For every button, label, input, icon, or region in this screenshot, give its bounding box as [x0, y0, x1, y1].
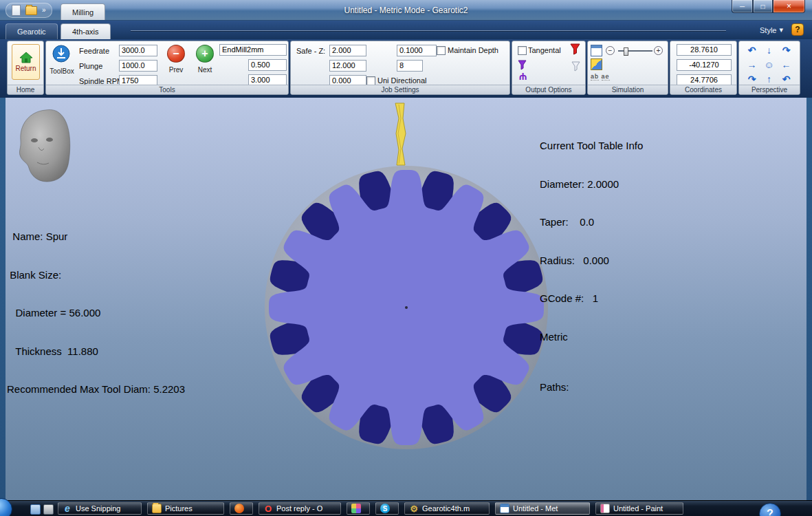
tilt-up-button[interactable]: ↑	[760, 72, 778, 86]
safe-z-field[interactable]: 2.000	[329, 45, 366, 56]
prev-tool-button[interactable]: −	[167, 45, 185, 63]
tool-info-title: Current Tool Table Info	[540, 140, 643, 153]
taskbar-label: Pictures	[165, 504, 193, 513]
taskbar-button-pictures[interactable]: Pictures	[147, 502, 224, 515]
slider-thumb[interactable]	[624, 47, 628, 56]
coordinate-y-field[interactable]: -40.1270	[677, 59, 732, 71]
viewport-3d[interactable]: Name: Spur Blank Size: Diameter = 56.000…	[6, 98, 806, 500]
blank-size-line: Blank Size:	[7, 269, 185, 282]
chevron-down-icon: ▾	[779, 25, 783, 34]
group-caption-tools: Tools	[46, 85, 288, 94]
tool-taper-line: Taper: 0.0	[540, 216, 643, 229]
tool-diameter-line: Diameter: 2.0000	[540, 178, 643, 191]
simulation-window-icon[interactable]	[591, 45, 602, 56]
taskbar-button-paint[interactable]: Untitled - Paint	[595, 502, 683, 515]
pan-left-button[interactable]: ←	[778, 57, 795, 72]
passes-field[interactable]: 8	[397, 60, 423, 72]
next-label: Next	[192, 66, 218, 74]
taskbar-button-post-reply[interactable]: O Post reply - O	[259, 502, 341, 515]
close-button[interactable]: ×	[773, 0, 805, 13]
purple-funnel-icon[interactable]	[518, 60, 527, 70]
group-caption-home: Home	[8, 85, 43, 94]
group-caption-job-settings: Job Settings	[291, 85, 509, 94]
blank-thickness-line: Thickness 11.880	[7, 345, 185, 358]
help-button[interactable]: ?	[791, 23, 804, 36]
endmill-tool	[395, 103, 406, 165]
tab-4th-axis[interactable]: 4th-axis	[61, 23, 111, 39]
reset-view-button[interactable]: ☺	[760, 57, 778, 72]
taskbar-label: Untitled - Paint	[613, 504, 663, 513]
pan-right-button[interactable]: →	[743, 57, 760, 72]
tool-name-field[interactable]: EndMill2mm	[219, 44, 287, 56]
maximize-button[interactable]: □	[753, 0, 773, 13]
ribbon-group-perspective: ↶ ↓ ↷ → ☺ ← ↷ ↑ ↶ Perspective	[738, 41, 800, 95]
rename-icon[interactable]: ab ae	[591, 73, 610, 80]
tool-radius-line: Radius: 0.000	[540, 255, 643, 268]
group-caption-output-options: Output Options	[512, 85, 585, 94]
simulation-layers-icon[interactable]	[591, 58, 602, 70]
style-dropdown[interactable]: Style ▾	[760, 25, 783, 34]
window-icon	[500, 504, 509, 513]
purple-fork-icon[interactable]: Ψ	[519, 72, 527, 81]
coordinate-x-field[interactable]: 28.7610	[677, 44, 732, 56]
style-label: Style	[760, 26, 776, 34]
taskbar-button-skype[interactable]: S	[375, 502, 399, 515]
quick-launch-icon-1[interactable]	[30, 504, 41, 515]
minimize-button[interactable]: ─	[732, 0, 753, 13]
minus-icon: −	[173, 48, 179, 59]
taskbar-button-gearotic[interactable]: ⚙ Gearotic4th.m	[404, 502, 490, 515]
tab-gearotic[interactable]: Gearotic	[6, 23, 58, 39]
ribbon-group-home: Return Home	[7, 41, 44, 95]
depth-per-pass-field[interactable]: 0.500	[248, 59, 287, 71]
rotate-left-up-button[interactable]: ↶	[743, 43, 760, 57]
ribbon-group-coordinates: 28.7610 -40.1270 24.7706 Coordinates	[670, 41, 737, 95]
help-orb-icon[interactable]: ?	[759, 503, 781, 516]
skype-icon: S	[380, 504, 390, 513]
ribbon: Return Home ToolBox Feedrate Plunge Spin…	[0, 39, 812, 98]
opera-icon: O	[263, 504, 273, 513]
pale-funnel-icon[interactable]	[571, 61, 580, 72]
tabrow-divider	[131, 30, 726, 31]
red-funnel-icon[interactable]	[570, 43, 580, 55]
tolerance-field[interactable]: 0.1000	[397, 45, 437, 56]
safe-z-label: Safe - Z:	[296, 47, 325, 55]
return-button[interactable]: Return	[12, 44, 40, 80]
rotate-right-down-button[interactable]: ↷	[743, 72, 760, 86]
recommended-tool-line: Recommended Max Tool Diam: 5.2203	[7, 383, 185, 396]
quick-launch-icon-2[interactable]	[43, 504, 54, 515]
rotate-right-up-button[interactable]: ↷	[778, 43, 795, 57]
start-button[interactable]	[0, 498, 12, 516]
taskbar-label: Gearotic4th.m	[422, 504, 470, 513]
prev-label: Prev	[163, 66, 189, 74]
taskbar-button-snipping[interactable]: e Use Snipping	[58, 502, 142, 515]
taskbar-button-untitled-metric[interactable]: Untitled - Met	[495, 502, 590, 515]
depth-field[interactable]: 12.000	[329, 60, 366, 72]
ribbon-group-simulation: − + ab ae Simulation	[587, 41, 668, 95]
orange-app-icon	[234, 504, 244, 513]
maintain-depth-checkbox[interactable]	[437, 46, 446, 55]
taskbar-label: Post reply - O	[276, 504, 322, 513]
rotate-left-down-button[interactable]: ↶	[778, 72, 795, 86]
toolbox-button[interactable]	[52, 44, 72, 65]
toolbox-icon	[52, 44, 71, 63]
group-caption-perspective: Perspective	[739, 85, 800, 94]
tangental-label: Tangental	[528, 46, 561, 54]
blank-name-line: Name: Spur	[7, 230, 185, 244]
home-icon	[19, 52, 33, 63]
window-frame: Name: Spur Blank Size: Diameter = 56.000…	[0, 98, 812, 500]
tilt-down-button[interactable]: ↓	[760, 43, 778, 57]
plus-icon: +	[201, 48, 208, 59]
zoom-out-icon[interactable]: −	[606, 46, 615, 55]
plunge-field[interactable]: 1000.0	[119, 60, 157, 72]
feedrate-label: Feedrate	[79, 47, 109, 55]
folder-icon	[152, 504, 162, 513]
window-controls: ─ □ ×	[732, 0, 805, 13]
ribbon-group-output-options: Tangental Ψ Output Options	[512, 41, 586, 95]
next-tool-button[interactable]: +	[196, 45, 214, 63]
taskbar-button-grid-app[interactable]	[347, 502, 370, 515]
taskbar-button-orange-app[interactable]	[230, 502, 253, 515]
feedrate-field[interactable]: 3000.0	[119, 45, 157, 56]
zoom-in-icon[interactable]: +	[654, 46, 663, 55]
ie-icon: e	[63, 504, 72, 513]
tangental-checkbox[interactable]	[518, 46, 527, 55]
